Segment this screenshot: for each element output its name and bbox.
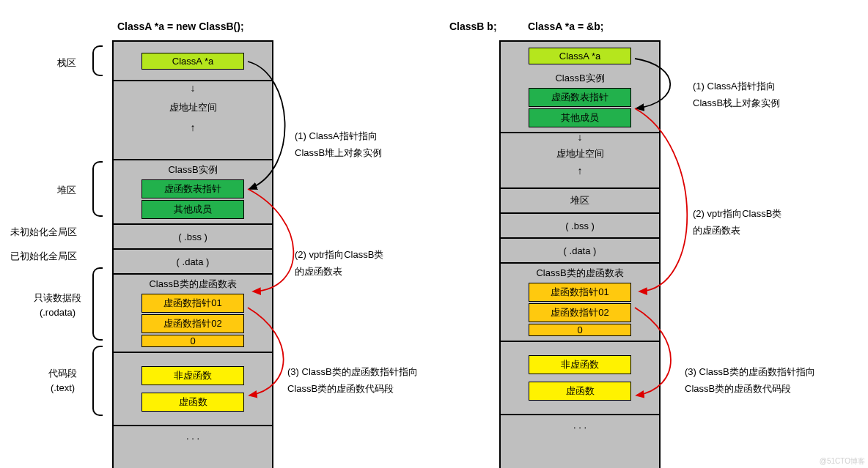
right-vtable-ptr-box: 虚函数表指针 — [529, 88, 631, 107]
region-stack: 栈区 — [57, 56, 76, 70]
classb-instance-stack: 虚函数表指针 其他成员 — [141, 179, 244, 219]
data-label: ( .data ) — [177, 256, 210, 267]
right-vspace-label: 虚地址空间 — [556, 147, 604, 160]
right-text-row: 非虚函数 虚函数 — [501, 342, 659, 415]
region-heap: 堆区 — [57, 183, 76, 198]
right-vfptr01-box: 虚函数指针01 — [529, 283, 631, 302]
region-bss: 未初始化全局区 — [10, 225, 77, 239]
nonvirtual-box: 非虚函数 — [141, 366, 244, 385]
watermark: @51CTO博客 — [820, 456, 865, 467]
virtual-box: 虚函数 — [141, 393, 244, 412]
right-data-label: ( .data ) — [564, 245, 597, 256]
classb-instance-title: ClassB实例 — [168, 163, 217, 177]
right-memory-column: ClassA *a ClassB实例 虚函数表指针 其他成员 ↓ 虚地址空间 ↑… — [499, 40, 661, 468]
right-vfzero-box: 0 — [529, 324, 631, 336]
right-title-a: ClassB b; — [449, 21, 497, 32]
right-classb-stack: 虚函数表指针 其他成员 — [529, 88, 631, 127]
bss-label: ( .bss ) — [178, 231, 207, 242]
left-data-row: ( .data ) — [114, 250, 272, 275]
right-vspace-row: ↓ 虚地址空间 ↑ — [501, 133, 659, 189]
right-rodata-row: ClassB类的虚函数表 虚函数指针01 虚函数指针02 0 — [501, 264, 659, 342]
right-stack-row: ClassA *a ClassB实例 虚函数表指针 其他成员 — [501, 42, 659, 133]
left-ellipsis-row: . . . — [114, 426, 272, 445]
brace-rodata — [92, 267, 103, 341]
left-memory-column: ClassA *a ↓ 虚地址空间 ↑ ClassB实例 虚函数表指针 其他成员… — [112, 40, 273, 468]
right-bss-label: ( .bss ) — [565, 220, 595, 231]
right-vtable-stack: 虚函数指针01 虚函数指针02 0 — [529, 283, 631, 336]
right-classb-title: ClassB实例 — [555, 72, 604, 85]
left-vspace-row: ↓ 虚地址空间 ↑ — [114, 81, 272, 160]
vfzero-box: 0 — [141, 335, 244, 347]
brace-heap — [92, 161, 103, 217]
right-ellipsis-row: . . . — [501, 415, 659, 434]
vfptr02-box: 虚函数指针02 — [141, 314, 244, 333]
region-text: 代码段(.text) — [48, 366, 77, 395]
vtable-title: ClassB类的虚函数表 — [149, 278, 236, 291]
left-anno-3: (3) ClassB类的虚函数指针指向ClassB类的虚函数代码段 — [287, 363, 418, 398]
right-heap-label: 堆区 — [570, 194, 589, 207]
left-stack-row: ClassA *a — [114, 42, 272, 81]
right-vfptr02-box: 虚函数指针02 — [529, 303, 631, 322]
vspace-label: 虚地址空间 — [169, 101, 217, 114]
brace-stack — [92, 45, 103, 76]
other-members-box: 其他成员 — [141, 200, 244, 219]
ellipsis: . . . — [573, 420, 586, 431]
right-ptr-box: ClassA *a — [529, 48, 631, 64]
ellipsis: . . . — [186, 431, 199, 442]
left-bss-row: ( .bss ) — [114, 225, 272, 250]
left-ptr-box: ClassA *a — [141, 53, 244, 70]
right-anno-3: (3) ClassB类的虚函数指针指向ClassB类的虚函数代码段 — [685, 363, 815, 398]
left-anno-2: (2) vptr指向ClassB类的虚函数表 — [295, 246, 383, 281]
brace-text — [92, 346, 103, 416]
vfptr01-box: 虚函数指针01 — [141, 294, 244, 313]
left-title: ClassA *a = new ClassB(); — [117, 21, 244, 32]
left-text-row: 非虚函数 虚函数 — [114, 353, 272, 426]
left-heap-row: ClassB实例 虚函数表指针 其他成员 — [114, 160, 272, 225]
right-anno-2: (2) vptr指向ClassB类的虚函数表 — [693, 205, 781, 239]
right-bss-row: ( .bss ) — [501, 214, 659, 239]
right-data-row: ( .data ) — [501, 239, 659, 264]
right-title-b: ClassA *a = &b; — [528, 21, 603, 32]
right-nonvirtual-box: 非虚函数 — [529, 355, 631, 374]
right-virtual-box: 虚函数 — [529, 382, 631, 401]
vtable-ptr-box: 虚函数表指针 — [141, 179, 244, 198]
right-anno-1: (1) ClassA指针指向ClassB栈上对象实例 — [693, 78, 780, 112]
right-heap-row: 堆区 — [501, 189, 659, 214]
left-rodata-row: ClassB类的虚函数表 虚函数指针01 虚函数指针02 0 — [114, 275, 272, 353]
region-rodata: 只读数据段(.rodata) — [34, 291, 81, 319]
vtable-stack: 虚函数指针01 虚函数指针02 0 — [141, 294, 244, 347]
right-other-members-box: 其他成员 — [529, 108, 631, 127]
right-vtable-title: ClassB类的虚函数表 — [536, 267, 623, 280]
left-anno-1: (1) ClassA指针指向ClassB堆上对象实例 — [295, 127, 382, 162]
region-data: 已初始化全局区 — [10, 249, 77, 264]
